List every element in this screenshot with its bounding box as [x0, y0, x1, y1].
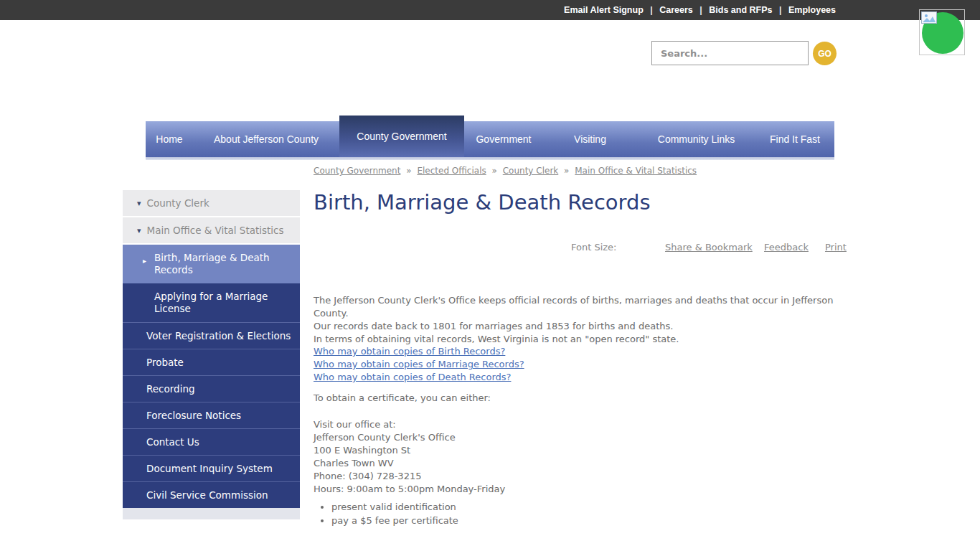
accessibility-widget[interactable] [919, 9, 965, 55]
sidebar-item-county-clerk[interactable]: County Clerk [123, 190, 300, 217]
death-records-link[interactable]: Who may obtain copies of Death Records? [314, 371, 524, 384]
list-item: present valid identification [331, 501, 458, 514]
sidebar-item-document-inquiry-system[interactable]: Document Inquiry System [123, 455, 300, 481]
sidebar-item-label: Probate [146, 357, 184, 368]
main-content: Birth, Marriage & Death Records Font Siz… [314, 190, 848, 215]
sidebar-item-applying-for-a-marriage-license[interactable]: Applying for a Marriage License [123, 283, 300, 322]
feedback-link[interactable]: Feedback [764, 242, 809, 253]
broken-image-icon [921, 11, 937, 24]
sidebar-item-main-office-vital-statistics[interactable]: Main Office & Vital Statistics [123, 217, 300, 245]
nav-item-government[interactable]: Government [464, 121, 543, 157]
sidebar-item-label: Contact Us [146, 436, 199, 448]
bids-rfps-link[interactable]: Bids and RFPs [709, 5, 772, 15]
careers-link[interactable]: Careers [659, 5, 693, 15]
sidebar: County Clerk Main Office & Vital Statist… [123, 190, 300, 519]
email-alert-signup-link[interactable]: Email Alert Signup [564, 5, 644, 15]
top-utility-links: Email Alert Signup | Careers | Bids and … [564, 0, 836, 20]
sidebar-item-birth-marriage-death-records[interactable]: Birth, Marriage & Death Records [123, 245, 300, 283]
office-address-block: Visit our office at: Jefferson County Cl… [314, 418, 505, 496]
requirements-list: present valid identification pay a $5 fe… [331, 501, 458, 528]
sidebar-item-contact-us[interactable]: Contact Us [123, 428, 300, 455]
nav-item-community-links[interactable]: Community Links [637, 121, 755, 157]
intro-line: Our records date back to 1801 for marria… [314, 320, 848, 333]
sidebar-item-recording[interactable]: Recording [123, 375, 300, 402]
breadcrumb-county-government[interactable]: County Government [314, 166, 400, 176]
nav-item-find-it-fast[interactable]: Find It Fast [755, 121, 834, 157]
sidebar-item-label: Applying for a Marriage License [154, 291, 268, 314]
sidebar-item-label: Civil Service Commission [146, 489, 268, 501]
sidebar-item-voter-registration-elections[interactable]: Voter Registration & Elections [123, 322, 300, 349]
birth-records-link[interactable]: Who may obtain copies of Birth Records? [314, 345, 524, 358]
page-title: Birth, Marriage & Death Records [314, 190, 848, 215]
sidebar-item-label: Voter Registration & Elections [146, 330, 291, 342]
print-link[interactable]: Print [825, 242, 847, 253]
breadcrumb-separator: » [406, 166, 411, 176]
nav-shadow-strip [146, 157, 834, 160]
list-item: pay a $5 fee per certificate [331, 514, 458, 527]
intro-line: The Jefferson County Clerk's Office keep… [314, 294, 848, 320]
sidebar-footer-strip [123, 508, 300, 519]
sidebar-item-civil-service-commission[interactable]: Civil Service Commission [123, 481, 300, 508]
separator: | [779, 5, 782, 15]
nav-item-about-jefferson-county[interactable]: About Jefferson County [193, 121, 339, 157]
intro-line: In terms of obtaining vital records, Wes… [314, 333, 848, 346]
breadcrumb-elected-officials[interactable]: Elected Officials [417, 166, 486, 176]
font-size-label: Font Size: [571, 242, 617, 253]
office-line: 100 E Washington St [314, 444, 505, 457]
sidebar-item-label: Birth, Marriage & Death Records [154, 252, 270, 276]
search-input[interactable] [651, 41, 809, 65]
sidebar-item-label: Recording [146, 383, 195, 395]
obtain-certificate-line: To obtain a certificate, you can either: [314, 392, 491, 403]
office-line: Phone: (304) 728-3215 [314, 470, 505, 483]
search-go-button[interactable]: GO [813, 42, 837, 65]
nav-item-visiting[interactable]: Visiting [543, 121, 637, 157]
page-tools: Font Size: Share & Bookmark Feedback Pri… [314, 242, 848, 255]
separator: | [650, 5, 653, 15]
top-utility-bar: Email Alert Signup | Careers | Bids and … [0, 0, 980, 20]
breadcrumb: County Government » Elected Officials » … [314, 166, 697, 176]
arrow-right-icon [143, 255, 146, 267]
marriage-records-link[interactable]: Who may obtain copies of Marriage Record… [314, 358, 524, 371]
sidebar-item-probate[interactable]: Probate [123, 349, 300, 375]
sidebar-item-label: Main Office & Vital Statistics [147, 225, 284, 236]
chevron-down-icon [137, 226, 141, 235]
main-navigation: Home About Jefferson County County Gover… [146, 116, 834, 157]
breadcrumb-separator: » [492, 166, 497, 176]
sidebar-item-label: County Clerk [147, 197, 209, 209]
nav-item-home[interactable]: Home [146, 121, 193, 157]
question-links: Who may obtain copies of Birth Records? … [314, 345, 524, 384]
page: Email Alert Signup | Careers | Bids and … [0, 0, 980, 551]
sidebar-item-label: Document Inquiry System [146, 463, 273, 474]
chevron-down-icon [137, 199, 141, 208]
separator: | [699, 5, 702, 15]
intro-paragraph: The Jefferson County Clerk's Office keep… [314, 294, 848, 346]
office-line: Jefferson County Clerk's Office [314, 431, 505, 444]
breadcrumb-county-clerk[interactable]: County Clerk [503, 166, 559, 176]
breadcrumb-separator: » [564, 166, 569, 176]
sidebar-item-foreclosure-notices[interactable]: Foreclosure Notices [123, 402, 300, 428]
employees-link[interactable]: Employees [788, 5, 836, 15]
breadcrumb-main-office-vital-statistics[interactable]: Main Office & Vital Statistics [575, 166, 697, 176]
office-line: Visit our office at: [314, 418, 505, 431]
share-bookmark-link[interactable]: Share & Bookmark [665, 242, 753, 253]
office-line: Charles Town WV [314, 457, 505, 470]
sidebar-item-label: Foreclosure Notices [146, 410, 241, 421]
nav-item-county-government[interactable]: County Government [339, 116, 464, 157]
office-line: Hours: 9:00am to 5:00pm Monday-Friday [314, 483, 505, 496]
